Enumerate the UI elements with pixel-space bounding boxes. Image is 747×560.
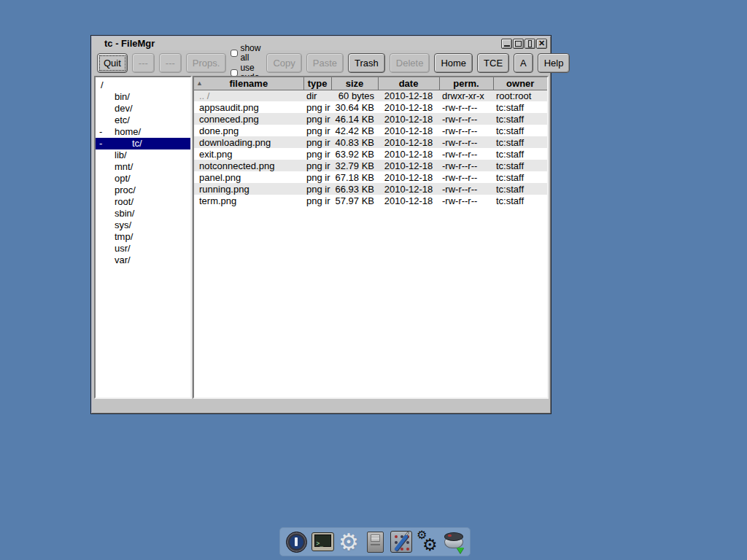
- cell-owner: tc:staff: [493, 195, 547, 206]
- tree-item-label: var/: [115, 254, 131, 265]
- cell-size: 67.18 KB: [331, 171, 378, 183]
- cell-owner: tc:staff: [493, 171, 547, 183]
- quit-button[interactable]: Quit: [97, 53, 128, 73]
- file-row[interactable]: done.png png ir 42.42 KB 2010-12-18 -rw-…: [194, 125, 547, 136]
- tree-item-label: sbin/: [115, 208, 134, 219]
- column-header-date[interactable]: date: [378, 77, 439, 90]
- file-row[interactable]: running.png png ir 66.93 KB 2010-12-18 -…: [194, 183, 547, 195]
- file-row[interactable]: downloading.png png ir 40.83 KB 2010-12-…: [194, 136, 547, 148]
- use-sudo-checkbox[interactable]: [231, 69, 238, 77]
- control-panel-icon[interactable]: [389, 529, 414, 554]
- show-all-label: show all: [240, 44, 260, 63]
- file-row[interactable]: notconnected.png png ir 32.79 KB 2010-12…: [194, 160, 547, 171]
- file-row[interactable]: .. / dir 60 bytes 2010-12-18 drwxr-xr-x …: [194, 90, 547, 101]
- cell-type: png ir: [303, 148, 331, 160]
- cell-date: 2010-12-18: [378, 160, 439, 171]
- paste-button: Paste: [306, 53, 344, 73]
- cell-date: 2010-12-18: [378, 171, 439, 183]
- terminal-icon[interactable]: >_: [310, 529, 335, 554]
- toolbar: Quit --- --- Props. show all use sudo Co…: [92, 50, 550, 75]
- tce-button[interactable]: TCE: [477, 53, 509, 73]
- harddrive-mount-icon[interactable]: [441, 529, 466, 554]
- cell-owner: tc:staff: [493, 101, 547, 113]
- tree-item[interactable]: mnt/: [96, 161, 190, 173]
- cell-date: 2010-12-18: [378, 195, 439, 206]
- copy-button: Copy: [266, 53, 301, 73]
- tree-item[interactable]: sys/: [96, 219, 190, 231]
- home-button[interactable]: Home: [434, 53, 473, 73]
- blank-button-1: ---: [132, 53, 155, 73]
- tree-item[interactable]: sbin/: [96, 208, 190, 219]
- show-all-checkbox[interactable]: [231, 50, 238, 57]
- apps-cabinet-icon[interactable]: [363, 529, 387, 554]
- cell-perm: -rw-r--r--: [439, 195, 493, 206]
- cell-type: dir: [303, 90, 331, 101]
- file-row[interactable]: appsaudit.png png ir 30.64 KB 2010-12-18…: [194, 101, 547, 113]
- tree-item[interactable]: - home/: [96, 126, 190, 138]
- gears-icon[interactable]: ⚙ ⚙: [415, 529, 440, 554]
- cell-date: 2010-12-18: [378, 148, 439, 160]
- file-list-panel: ▲ filename type size date perm. owner ..…: [193, 76, 549, 399]
- blank-button-2: ---: [159, 53, 182, 73]
- tree-item[interactable]: /: [96, 79, 190, 91]
- cell-size: 30.64 KB: [331, 101, 378, 113]
- file-row[interactable]: conneced.png png ir 46.14 KB 2010-12-18 …: [194, 113, 547, 125]
- cell-size: 32.79 KB: [331, 160, 378, 171]
- file-row[interactable]: term.png png ir 57.97 KB 2010-12-18 -rw-…: [194, 195, 547, 206]
- delete-button: Delete: [390, 53, 430, 73]
- tree-item[interactable]: dev/: [96, 103, 190, 114]
- gear-icon[interactable]: ⚙: [336, 529, 361, 554]
- file-row[interactable]: panel.png png ir 67.18 KB 2010-12-18 -rw…: [194, 171, 547, 183]
- tree-item[interactable]: - tc/: [96, 138, 190, 149]
- cell-size: 57.97 KB: [331, 195, 378, 206]
- tree-item-label: sys/: [115, 219, 131, 230]
- tree-item[interactable]: etc/: [96, 114, 190, 126]
- titlebar[interactable]: tc - FileMgr ✕: [92, 36, 550, 50]
- tree-item[interactable]: bin/: [96, 91, 190, 103]
- trash-button[interactable]: Trash: [348, 53, 385, 73]
- cell-type: png ir: [303, 136, 331, 148]
- column-header-type[interactable]: type: [303, 77, 331, 90]
- tree-item-label: proc/: [115, 184, 136, 195]
- cell-perm: -rw-r--r--: [439, 160, 493, 171]
- tree-expander-icon[interactable]: -: [99, 138, 102, 149]
- tree-expander-icon[interactable]: -: [99, 126, 102, 138]
- cell-date: 2010-12-18: [378, 183, 439, 195]
- column-header-filename[interactable]: ▲ filename: [194, 77, 303, 90]
- desktop: tc - FileMgr ✕ Quit --- --- Props. show …: [0, 0, 747, 560]
- power-icon[interactable]: [284, 529, 309, 554]
- cell-owner: tc:staff: [493, 183, 547, 195]
- cell-owner: tc:staff: [493, 113, 547, 125]
- tree-item[interactable]: proc/: [96, 184, 190, 196]
- tree-item-label: mnt/: [115, 161, 133, 172]
- help-button[interactable]: Help: [538, 53, 570, 73]
- cell-owner: tc:staff: [493, 160, 547, 171]
- tree-item[interactable]: root/: [96, 196, 190, 208]
- tree-item[interactable]: opt/: [96, 173, 190, 184]
- tree-item-label: root/: [115, 196, 133, 207]
- a-button[interactable]: A: [514, 53, 533, 73]
- cell-size: 40.83 KB: [331, 136, 378, 148]
- cell-size: 60 bytes: [331, 90, 378, 101]
- filemgr-window: tc - FileMgr ✕ Quit --- --- Props. show …: [90, 35, 551, 414]
- column-header-perm[interactable]: perm.: [439, 77, 493, 90]
- tree-item[interactable]: tmp/: [96, 231, 190, 243]
- show-all-option[interactable]: show all: [231, 44, 260, 63]
- tree-item[interactable]: var/: [96, 254, 190, 266]
- close-button[interactable]: ✕: [536, 39, 547, 49]
- file-row[interactable]: exit.png png ir 63.92 KB 2010-12-18 -rw-…: [194, 148, 547, 160]
- tree-item-label: dev/: [115, 103, 133, 114]
- column-header-size[interactable]: size: [331, 77, 378, 90]
- cell-perm: -rw-r--r--: [439, 183, 493, 195]
- directory-tree: / bin/ dev/ etc/ - home/ - tc/ lib/ mnt/…: [96, 77, 190, 266]
- cell-perm: -rw-r--r--: [439, 171, 493, 183]
- tree-item[interactable]: usr/: [96, 243, 190, 254]
- tree-item[interactable]: lib/: [96, 149, 190, 161]
- maximize-button[interactable]: [513, 39, 524, 49]
- cell-perm: -rw-r--r--: [439, 125, 493, 136]
- cell-type: png ir: [303, 171, 331, 183]
- column-header-owner[interactable]: owner: [493, 77, 547, 90]
- maximize-vertical-button[interactable]: [525, 39, 535, 49]
- cell-filename: term.png: [194, 195, 303, 206]
- minimize-button[interactable]: [501, 39, 512, 49]
